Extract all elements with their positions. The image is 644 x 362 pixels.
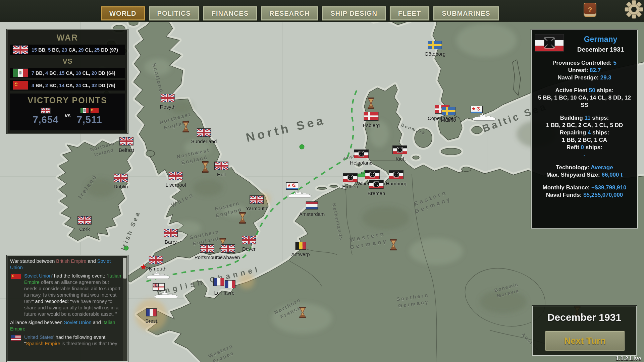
vp-side-enemies: 7,511 <box>77 108 102 125</box>
uk-flag-icon <box>13 45 28 54</box>
ussr-flag-icon <box>11 274 21 281</box>
country-stat-line: Refit 0 ships: <box>535 144 634 151</box>
de-flag-icon <box>354 149 369 160</box>
hourglass-icon <box>182 121 190 134</box>
city-label: Plymouth <box>146 266 167 272</box>
city-marker-esbjerg[interactable]: Esbjerg <box>363 112 380 128</box>
uk-flag-icon <box>221 244 235 254</box>
be-flag-icon <box>295 242 306 251</box>
city-marker-rosyth[interactable]: Rosyth <box>160 94 176 110</box>
fr-flag-icon <box>225 280 235 290</box>
city-marker-cork[interactable]: Cork <box>77 216 92 232</box>
log-scrollbar-thumb[interactable] <box>123 258 126 279</box>
city-label: Dublin <box>114 184 128 189</box>
war-panel: WAR 15 BB, 5 BC, 23 CA, 29 CL, 25 DD (97… <box>7 29 128 133</box>
city-marker-dublin[interactable]: Dublin <box>114 174 128 189</box>
city-label: Bremen <box>368 190 385 196</box>
settings-gear-icon[interactable] <box>625 0 643 19</box>
country-stats: Provinces Controlled: 5Unrest: 82.7Naval… <box>535 59 634 199</box>
vp-vs-label: vs <box>65 113 71 119</box>
city-marker-le-havre[interactable]: Le Havre <box>213 278 235 296</box>
warship-sprite[interactable] <box>145 272 173 281</box>
warship-sprite[interactable] <box>153 291 181 301</box>
war-title: WAR <box>7 33 127 43</box>
warship-sprite[interactable] <box>471 113 499 123</box>
tab-research[interactable]: RESEARCH <box>261 6 318 21</box>
city-marker-hull[interactable]: Hull <box>214 162 228 177</box>
country-stat-line: Unrest: 82.7 <box>535 67 634 74</box>
ussr-flag-icon <box>90 108 99 115</box>
tab-ship-design[interactable]: SHIP DESIGN <box>322 6 386 21</box>
de-flag-icon <box>369 180 384 190</box>
city-label: Dover <box>242 246 256 252</box>
city-marker-yarmouth[interactable]: Yarmouth <box>246 195 267 211</box>
war-fleet-row: 4 BB, 2 BC, 14 CA, 24 CL, 32 DD (76) <box>10 80 125 90</box>
war-side-b: 7 BB, 4 BC, 15 CA, 18 CL, 20 DD (64) 4 B… <box>7 68 127 90</box>
city-label: Sunderland <box>191 138 217 144</box>
next-turn-button[interactable]: Next Turn <box>545 330 625 351</box>
tab-finances[interactable]: FINANCES <box>203 6 257 21</box>
city-label: Göteborg <box>425 51 446 57</box>
tab-politics[interactable]: POLITICS <box>149 6 200 21</box>
city-label: Liverpool <box>166 182 186 188</box>
city-label: Helgoland <box>350 160 373 166</box>
tab-world[interactable]: WORLD <box>101 6 145 21</box>
city-marker-newhaven[interactable]: Newhaven <box>216 244 240 260</box>
war-fleet-row: 7 BB, 4 BC, 15 CA, 18 CL, 20 DD (64) <box>10 68 125 78</box>
city-label: Hull <box>214 172 228 177</box>
city-marker-göteborg[interactable]: Göteborg <box>425 41 446 57</box>
city-marker-belfast[interactable]: Belfast <box>119 137 134 153</box>
city-marker-kiel[interactable]: Kiel <box>392 145 407 162</box>
hourglass-icon <box>239 212 246 225</box>
city-label: Cork <box>77 226 92 232</box>
city-marker-amsterdam[interactable]: Amsterdam <box>299 201 325 217</box>
fr-flag-icon <box>213 278 224 290</box>
uk-flag-icon <box>242 236 256 246</box>
victory-points-title: VICTORY POINTS <box>10 96 125 105</box>
city-label: Yarmouth <box>246 205 267 211</box>
tab-submarines[interactable]: SUBMARINES <box>433 6 499 21</box>
turn-panel: December 1931 Next Turn <box>532 306 637 356</box>
uk-flag-icon <box>200 244 214 254</box>
country-stat-line: Active Fleet 50 ships: <box>535 87 634 94</box>
city-marker-bremen[interactable]: Bremen <box>368 180 385 196</box>
hourglass-icon <box>390 239 397 252</box>
log-scrollbar[interactable] <box>123 257 127 361</box>
city-label: Esbjerg <box>363 122 380 128</box>
country-stat-line: - <box>535 151 634 159</box>
city-marker-barry[interactable]: Barry <box>164 229 178 245</box>
uk-flag-icon <box>214 162 228 171</box>
country-stat-line: Max. Shipyard Size: 66,000 t <box>535 171 634 179</box>
warship-sprite[interactable] <box>287 190 314 200</box>
de-flag-icon <box>365 170 380 180</box>
ussr-flag-icon <box>13 81 28 90</box>
city-marker-brest[interactable]: Brest <box>145 308 157 324</box>
fr-flag-icon <box>146 308 157 318</box>
log-entry: War started between British Empire and S… <box>10 258 123 271</box>
city-label: Barry <box>164 239 178 245</box>
city-marker-liverpool[interactable]: Liverpool <box>166 172 186 188</box>
country-name: Germany <box>567 35 634 44</box>
city-marker-emden[interactable]: Emden <box>342 173 358 189</box>
country-stat-line: 5 BB, 1 BC, 10 CA, 14 CL, 8 DD, 12 SS <box>535 94 634 109</box>
hourglass-icon <box>202 161 209 174</box>
city-label: Emden <box>342 184 358 189</box>
help-book-icon[interactable]: ? <box>584 3 596 17</box>
version-label: 1.1.2.Live <box>615 355 641 362</box>
nl-flag-icon <box>306 201 318 211</box>
fleet-composition: 7 BB, 4 BC, 15 CA, 18 CL, 20 DD (64) <box>32 70 115 76</box>
tab-fleet[interactable]: FLEET <box>389 6 430 21</box>
city-marker-plymouth[interactable]: Plymouth★ <box>146 256 167 272</box>
city-marker-hamburg[interactable]: Hamburg <box>386 170 407 186</box>
city-marker-malmö[interactable]: Malmö <box>441 107 456 123</box>
city-marker-dover[interactable]: Dover <box>242 236 256 252</box>
country-stat-line: Building 11 ships: <box>535 114 634 122</box>
uk-flag-icon <box>197 128 211 138</box>
ussr_navy-flag-icon <box>471 106 483 115</box>
city-marker-helgoland[interactable]: Helgoland <box>350 149 373 166</box>
country-stat-line: Naval Funds: $5,255,070,000 <box>535 191 634 199</box>
se-flag-icon <box>441 107 455 117</box>
city-label: Kiel <box>392 156 407 162</box>
city-marker-sunderland[interactable]: Sunderland <box>191 128 217 144</box>
city-marker-antwerp[interactable]: Antwerp <box>291 242 310 257</box>
